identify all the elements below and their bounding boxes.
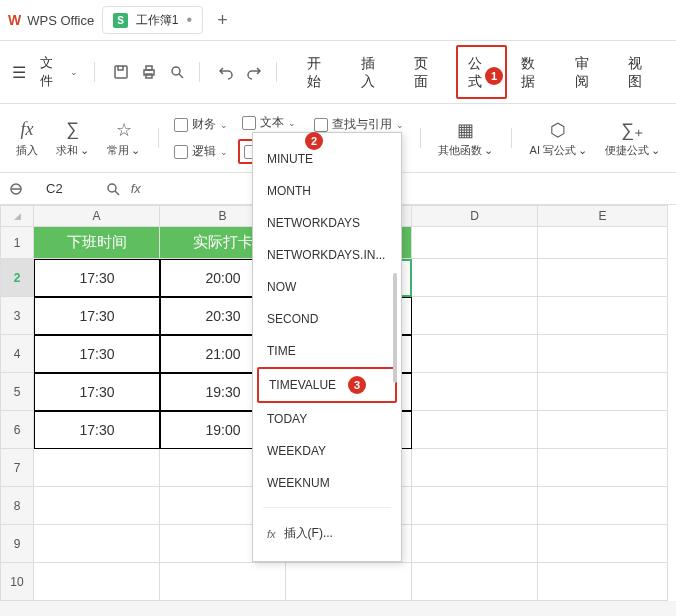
- cell[interactable]: [34, 525, 160, 563]
- cell[interactable]: [412, 449, 538, 487]
- col-header[interactable]: E: [538, 205, 668, 227]
- tab-开始[interactable]: 开始: [295, 45, 347, 99]
- file-menu[interactable]: 文件 ⌄: [34, 50, 84, 94]
- box-icon: [174, 118, 188, 132]
- search-icon[interactable]: [105, 181, 121, 197]
- callout-1: 1: [485, 67, 503, 85]
- logic-button[interactable]: 逻辑⌄: [170, 141, 232, 162]
- svg-rect-0: [115, 66, 127, 78]
- cell[interactable]: [538, 259, 668, 297]
- cell[interactable]: [412, 411, 538, 449]
- cell[interactable]: 17:30: [34, 297, 160, 335]
- divider: [276, 62, 277, 82]
- row-header[interactable]: 2: [0, 259, 34, 297]
- print-icon[interactable]: [137, 60, 161, 84]
- brand: W WPS Office: [8, 12, 94, 28]
- dropdown-item-networkdays.in...[interactable]: NETWORKDAYS.IN...: [253, 239, 401, 271]
- cell[interactable]: [538, 525, 668, 563]
- cell[interactable]: [538, 563, 668, 601]
- row-header[interactable]: 9: [0, 525, 34, 563]
- spreadsheet-icon: S: [113, 13, 128, 28]
- cell[interactable]: [412, 487, 538, 525]
- dropdown-insert-function[interactable]: fx插入(F)...: [253, 516, 401, 551]
- dropdown-item-weekday[interactable]: WEEKDAY: [253, 435, 401, 467]
- cell[interactable]: [412, 525, 538, 563]
- row-header[interactable]: 6: [0, 411, 34, 449]
- select-all-corner[interactable]: [0, 205, 34, 227]
- fx-icon: fx: [267, 528, 276, 540]
- dropdown-item-weeknum[interactable]: WEEKNUM: [253, 467, 401, 499]
- doc-tab[interactable]: S 工作簿1 •: [102, 6, 203, 34]
- cell[interactable]: [538, 335, 668, 373]
- cell[interactable]: [538, 297, 668, 335]
- col-header[interactable]: A: [34, 205, 160, 227]
- row-header[interactable]: 7: [0, 449, 34, 487]
- tab-审阅[interactable]: 审阅: [563, 45, 615, 99]
- col-header[interactable]: D: [412, 205, 538, 227]
- tab-数据[interactable]: 数据: [509, 45, 561, 99]
- finance-button[interactable]: 财务⌄: [170, 114, 232, 135]
- cell[interactable]: [412, 227, 538, 259]
- dropdown-item-networkdays[interactable]: NETWORKDAYS: [253, 207, 401, 239]
- cell[interactable]: 17:30: [34, 335, 160, 373]
- cell[interactable]: [412, 335, 538, 373]
- name-box[interactable]: C2: [34, 179, 95, 198]
- dropdown-item-time[interactable]: TIME: [253, 335, 401, 367]
- tab-页面[interactable]: 页面: [402, 45, 454, 99]
- other-fn-button[interactable]: ▦ 其他函数⌄: [432, 119, 499, 158]
- cell[interactable]: [538, 411, 668, 449]
- tab-视图[interactable]: 视图: [616, 45, 668, 99]
- link-icon[interactable]: [8, 181, 24, 197]
- scrollbar[interactable]: [393, 273, 397, 383]
- cell[interactable]: [34, 449, 160, 487]
- row-header[interactable]: 1: [0, 227, 34, 259]
- tab-插入[interactable]: 插入: [349, 45, 401, 99]
- cell[interactable]: [412, 297, 538, 335]
- hamburger-icon[interactable]: ☰: [8, 63, 30, 82]
- dropdown-item-timevalue[interactable]: TIMEVALUE3: [257, 367, 397, 403]
- row-header[interactable]: 5: [0, 373, 34, 411]
- cell[interactable]: [412, 563, 538, 601]
- new-tab-button[interactable]: +: [211, 10, 234, 31]
- snippet-button[interactable]: ∑₊ 便捷公式⌄: [599, 119, 666, 158]
- dropdown-item-minute[interactable]: MINUTE: [253, 143, 401, 175]
- cell[interactable]: 17:30: [34, 373, 160, 411]
- cell[interactable]: 17:30: [34, 259, 160, 297]
- cell[interactable]: [160, 563, 286, 601]
- insert-fn-button[interactable]: fx 插入: [10, 119, 44, 158]
- dropdown-item-second[interactable]: SECOND: [253, 303, 401, 335]
- cell[interactable]: [538, 487, 668, 525]
- divider: [199, 62, 200, 82]
- title-bar: W WPS Office S 工作簿1 • +: [0, 0, 676, 41]
- row-header[interactable]: 8: [0, 487, 34, 525]
- dropdown-item-today[interactable]: TODAY: [253, 403, 401, 435]
- ai-formula-button[interactable]: ⬡ AI 写公式⌄: [524, 119, 593, 158]
- preview-icon[interactable]: [165, 60, 189, 84]
- ribbon-tabs: 开始插入页面公式数据审阅视图: [295, 45, 668, 99]
- row-header[interactable]: 3: [0, 297, 34, 335]
- row-header[interactable]: 10: [0, 563, 34, 601]
- cell[interactable]: 17:30: [34, 411, 160, 449]
- undo-icon[interactable]: [214, 60, 238, 84]
- cell[interactable]: [412, 373, 538, 411]
- cell[interactable]: [286, 563, 412, 601]
- row-header[interactable]: 4: [0, 335, 34, 373]
- dropdown-item-now[interactable]: NOW: [253, 271, 401, 303]
- text-button[interactable]: 文本⌄: [238, 112, 304, 133]
- cell[interactable]: [412, 259, 538, 297]
- cell[interactable]: [538, 449, 668, 487]
- menu-bar: ☰ 文件 ⌄ 开始插入页面公式数据审阅视图: [0, 41, 676, 104]
- fx-icon[interactable]: fx: [131, 181, 141, 196]
- snippet-icon: ∑₊: [621, 119, 644, 141]
- save-icon[interactable]: [109, 60, 133, 84]
- cell[interactable]: [538, 373, 668, 411]
- cell[interactable]: [538, 227, 668, 259]
- dropdown-item-month[interactable]: MONTH: [253, 175, 401, 207]
- cell[interactable]: [34, 563, 160, 601]
- quick-icons-2: [214, 60, 266, 84]
- cell[interactable]: [34, 487, 160, 525]
- common-button[interactable]: ☆ 常用⌄: [101, 119, 146, 158]
- cell[interactable]: 下班时间: [34, 227, 160, 259]
- redo-icon[interactable]: [242, 60, 266, 84]
- sum-button[interactable]: ∑ 求和⌄: [50, 119, 95, 158]
